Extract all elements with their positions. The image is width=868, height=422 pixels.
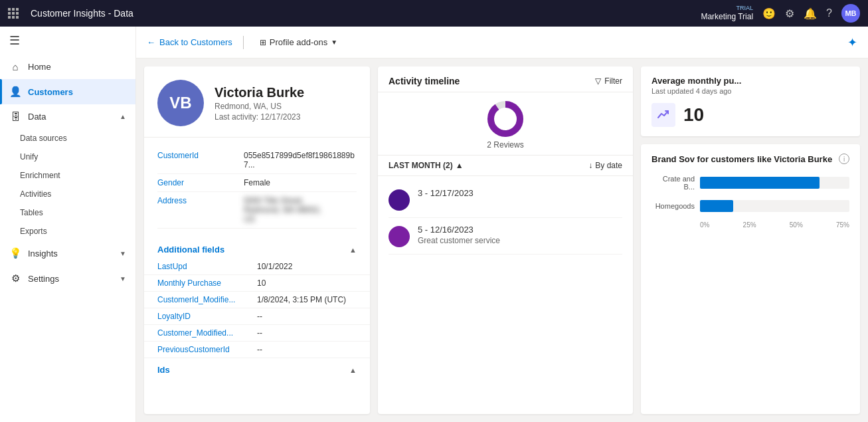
month-filter-label[interactable]: LAST MONTH (2) ▲ <box>389 161 464 170</box>
profile-addons-chevron-icon: ▼ <box>331 39 337 46</box>
sidebar-item-unify[interactable]: Unify <box>0 148 135 166</box>
sidebar-item-label-data: Data <box>28 112 46 122</box>
secondary-header: ← Back to Customers ⊞ Profile add-ons ▼ … <box>136 27 868 58</box>
filter-button[interactable]: ▽ Filter <box>595 76 622 86</box>
bell-icon[interactable]: 🔔 <box>804 7 817 20</box>
bar-row-1: Homegoods <box>651 200 849 212</box>
insights-chevron-icon: ▼ <box>120 250 126 257</box>
additional-fields-header[interactable]: Additional fields ▲ <box>144 238 370 259</box>
sidebar-item-data[interactable]: 🗄 Data ▲ <box>0 104 135 129</box>
sidebar-item-exports[interactable]: Exports <box>0 222 135 241</box>
sidebar-item-activities[interactable]: Activities <box>0 185 135 203</box>
ids-chevron-icon: ▲ <box>349 366 357 374</box>
customer-location: Redmond, WA, US <box>215 102 304 111</box>
metric-card: Average monthly pu... Last updated 4 day… <box>641 66 860 136</box>
profile-fields: CustomerId 055e8517899d5ef8f19861889b7..… <box>144 138 370 238</box>
bar-label-0: Crate and B... <box>651 175 695 191</box>
svg-rect-4 <box>12 12 15 15</box>
reviews-donut-chart <box>487 100 524 138</box>
metric-title: Average monthly pu... <box>651 76 849 86</box>
additional-field-previous-customerid: PreviousCustomerId -- <box>144 342 370 358</box>
brand-card: Brand Sov for customers like Victoria Bu… <box>641 144 860 414</box>
metric-value-row: 10 <box>651 103 849 127</box>
back-to-customers-button[interactable]: ← Back to Customers <box>147 37 232 47</box>
sidebar-sublabel-tables: Tables <box>20 208 43 217</box>
additional-field-lastupd: LastUpd 10/1/2022 <box>144 259 370 275</box>
activity-list: 3 - 12/17/2023 5 - 12/16/2023 Great cust… <box>378 176 633 414</box>
activity-header: Activity timeline ▽ Filter <box>378 66 633 92</box>
ids-header[interactable]: Ids ▲ <box>144 358 370 379</box>
bar-chart-axis: 0% 25% 50% 75% <box>651 221 849 229</box>
activity-reviews: 2 Reviews <box>378 92 633 156</box>
add-field-value-loyaltyid: -- <box>257 312 357 321</box>
back-label: Back to Customers <box>159 37 232 47</box>
field-label-customerid: CustomerId <box>157 151 244 160</box>
activity-content-1: 5 - 12/16/2023 Great customer service <box>418 225 500 245</box>
data-chevron-icon: ▲ <box>120 113 126 120</box>
add-field-label-previous-customerid: PreviousCustomerId <box>157 345 257 354</box>
hamburger-menu[interactable]: ☰ <box>0 27 135 54</box>
sidebar-sublabel-data-sources: Data sources <box>20 134 67 143</box>
customers-icon: 👤 <box>9 86 21 98</box>
bar-track-0 <box>700 177 849 189</box>
field-row-customerid: CustomerId 055e8517899d5ef8f19861889b7..… <box>157 147 357 174</box>
svg-rect-7 <box>12 16 15 19</box>
activity-item-0: 3 - 12/17/2023 <box>389 181 622 218</box>
header-divider <box>243 36 244 49</box>
profile-addons-label: Profile add-ons <box>270 37 327 47</box>
customer-name: Victoria Burke <box>215 85 304 100</box>
ids-title: Ids <box>157 365 170 375</box>
activity-timeline-panel: Activity timeline ▽ Filter 2 Reviews <box>378 66 633 414</box>
settings-chevron-icon: ▼ <box>120 275 126 282</box>
sidebar-item-enrichment[interactable]: Enrichment <box>0 166 135 185</box>
app-grid-icon[interactable] <box>8 8 19 19</box>
settings-nav-icon: ⚙ <box>9 272 21 284</box>
add-field-value-monthly-purchase: 10 <box>257 278 357 288</box>
brand-title: Brand Sov for customers like Victoria Bu… <box>651 154 832 164</box>
trial-info: Trial Marketing Trial <box>701 5 753 21</box>
sort-by-date-button[interactable]: ↓ By date <box>588 161 622 170</box>
activity-desc-1: Great customer service <box>418 236 500 245</box>
axis-label-75: 75% <box>836 221 849 229</box>
help-icon[interactable]: ? <box>826 7 832 19</box>
brand-header: Brand Sov for customers like Victoria Bu… <box>651 154 849 164</box>
spark-icon: ✦ <box>847 35 857 50</box>
additional-fields-chevron-icon: ▲ <box>349 246 357 254</box>
right-panel: Average monthly pu... Last updated 4 day… <box>641 66 860 414</box>
data-icon: 🗄 <box>9 111 21 122</box>
sidebar-item-customers[interactable]: 👤 Customers <box>0 79 135 104</box>
bar-fill-0 <box>700 177 820 189</box>
sidebar-sublabel-exports: Exports <box>20 227 47 236</box>
activity-timeline-title: Activity timeline <box>389 76 460 86</box>
trial-name: Marketing Trial <box>701 12 753 21</box>
activity-dot-1 <box>389 226 410 247</box>
sidebar-sublabel-enrichment: Enrichment <box>20 171 60 180</box>
metric-trend-icon <box>651 103 675 127</box>
field-label-address: Address <box>157 196 244 205</box>
user-avatar[interactable]: MB <box>841 4 860 23</box>
topbar-right: Trial Marketing Trial 🙂 ⚙ 🔔 ? MB <box>701 4 860 23</box>
additional-field-loyaltyid: LoyaltyID -- <box>144 308 370 325</box>
sidebar-item-tables[interactable]: Tables <box>0 203 135 222</box>
add-field-value-customerid-modified: 1/8/2024, 3:15 PM (UTC) <box>257 295 357 304</box>
sidebar-item-home[interactable]: ⌂ Home <box>0 54 135 79</box>
svg-rect-3 <box>8 12 11 15</box>
brand-info-icon[interactable]: i <box>839 154 849 164</box>
add-field-value-previous-customerid: -- <box>257 345 357 354</box>
svg-rect-0 <box>8 8 11 11</box>
smiley-icon[interactable]: 🙂 <box>762 7 776 20</box>
field-row-gender: Gender Female <box>157 174 357 192</box>
sidebar-item-data-sources[interactable]: Data sources <box>0 129 135 148</box>
activity-item-1: 5 - 12/16/2023 Great customer service <box>389 218 622 255</box>
brand-bar-chart: Crate and B... Homegoods 0 <box>651 175 849 229</box>
profile-addons-button[interactable]: ⊞ Profile add-ons ▼ <box>254 35 343 50</box>
sidebar-item-insights[interactable]: 💡 Insights ▼ <box>0 241 135 266</box>
bar-track-1 <box>700 200 849 212</box>
settings-icon[interactable]: ⚙ <box>785 7 794 20</box>
svg-rect-8 <box>16 16 19 19</box>
sidebar: ☰ ⌂ Home 👤 Customers 🗄 Data ▲ Data sourc… <box>0 27 136 422</box>
month-filter-text: LAST MONTH (2) <box>389 161 453 170</box>
metric-updated: Last updated 4 days ago <box>651 87 849 95</box>
sidebar-item-settings[interactable]: ⚙ Settings ▼ <box>0 266 135 291</box>
add-field-label-lastupd: LastUpd <box>157 262 257 271</box>
